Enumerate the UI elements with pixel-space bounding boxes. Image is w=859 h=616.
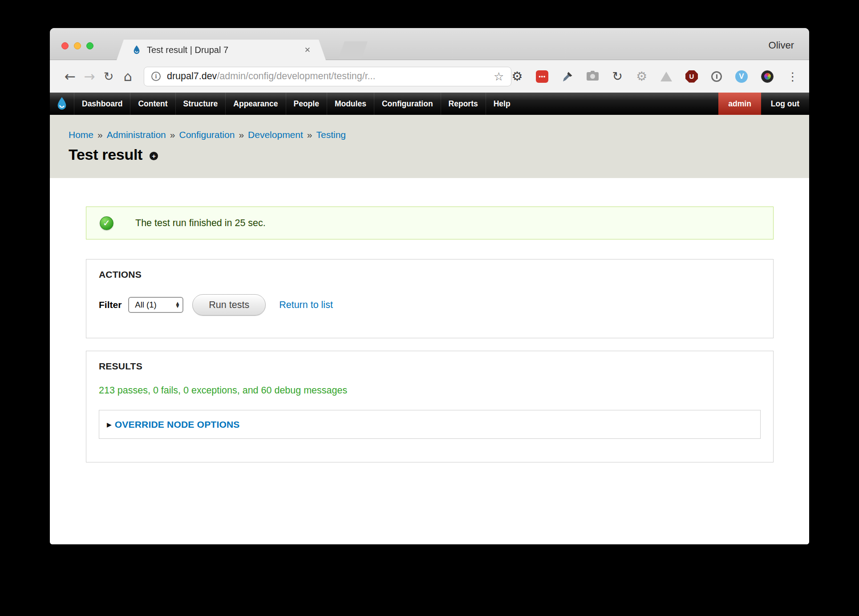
breadcrumb-administration[interactable]: Administration [107, 130, 166, 140]
run-tests-button[interactable]: Run tests [192, 294, 266, 316]
browser-tab[interactable]: Test result | Drupal 7 ✕ [117, 40, 326, 60]
address-bar[interactable]: i drupal7.dev/admin/config/development/t… [144, 67, 511, 86]
extensions-row: ⚙ ••• ↻ ⚙ U V ⋮ [511, 70, 798, 83]
disabled-gear-icon[interactable]: ⚙ [636, 70, 647, 83]
breadcrumb-configuration[interactable]: Configuration [179, 130, 235, 140]
toolbar-right: admin Log out [718, 93, 809, 115]
results-legend: RESULTS [99, 361, 142, 372]
status-message-text: The test run finished in 25 sec. [135, 218, 266, 229]
collapsed-arrow-icon: ▶ [107, 421, 112, 428]
home-icon[interactable]: ⌂ [118, 70, 138, 83]
tab-close-icon[interactable]: ✕ [304, 45, 311, 55]
ublock-origin-icon[interactable]: U [685, 70, 698, 83]
toolbar-item-content[interactable]: Content [130, 93, 175, 115]
url-path: /admin/config/development/testing/r... [217, 71, 375, 81]
drupal-admin-toolbar: Dashboard Content Structure Appearance P… [50, 93, 809, 115]
status-message: ✓ The test run finished in 25 sec. [86, 207, 774, 239]
camera-lens-icon[interactable] [761, 70, 774, 83]
browser-toolbar: ← → ↻ ⌂ i drupal7.dev/admin/config/devel… [50, 60, 809, 93]
toolbar-item-appearance[interactable]: Appearance [225, 93, 285, 115]
toolbar-logout[interactable]: Log out [761, 93, 809, 115]
page-title: Test result [69, 146, 142, 163]
back-icon[interactable]: ← [61, 70, 80, 83]
url-text[interactable]: drupal7.dev/admin/config/development/tes… [167, 71, 376, 82]
toolbar-item-help[interactable]: Help [486, 93, 518, 115]
vimium-icon[interactable]: V [735, 70, 748, 83]
title-row: Test result + [69, 146, 158, 163]
override-node-options-link[interactable]: OVERRIDE NODE OPTIONS [115, 419, 240, 430]
filter-label: Filter [99, 300, 122, 310]
minimize-window-button[interactable] [74, 42, 81, 49]
lastpass-icon[interactable]: ••• [536, 70, 548, 83]
google-drive-icon[interactable] [660, 72, 672, 81]
filter-select-value: All (1) [135, 300, 156, 310]
results-summary: 213 passes, 0 fails, 0 exceptions, and 6… [99, 385, 347, 396]
breadcrumb-separator: » [239, 130, 244, 140]
add-shortcut-icon[interactable]: + [150, 152, 158, 160]
toolbar-item-configuration[interactable]: Configuration [374, 93, 441, 115]
password-key-icon[interactable] [711, 71, 722, 82]
eyedropper-icon[interactable] [562, 71, 573, 82]
actions-legend: ACTIONS [99, 269, 142, 280]
settings-gear-icon[interactable]: ⚙ [511, 70, 523, 83]
toolbar-item-reports[interactable]: Reports [441, 93, 486, 115]
forward-icon[interactable]: → [80, 70, 99, 83]
bookmark-star-icon[interactable]: ☆ [494, 71, 504, 82]
new-tab-button[interactable] [338, 41, 368, 59]
select-arrows-icon: ▲ ▼ [176, 302, 179, 308]
toolbar-item-modules[interactable]: Modules [327, 93, 374, 115]
page-header: Home » Administration » Configuration » … [50, 115, 809, 178]
toolbar-item-structure[interactable]: Structure [175, 93, 226, 115]
breadcrumb-separator: » [170, 130, 175, 140]
close-window-button[interactable] [61, 42, 69, 49]
breadcrumb: Home » Administration » Configuration » … [69, 130, 346, 140]
zoom-window-button[interactable] [86, 42, 93, 49]
drupal-logo[interactable] [50, 93, 74, 115]
breadcrumb-separator: » [97, 130, 103, 140]
actions-row: Filter All (1) ▲ ▼ Run tests Return to l… [99, 294, 333, 316]
override-node-options-fieldset[interactable]: ▶ OVERRIDE NODE OPTIONS [99, 410, 761, 439]
breadcrumb-separator: » [307, 130, 312, 140]
browser-menu-icon[interactable]: ⋮ [787, 71, 798, 82]
drupal-favicon [132, 45, 142, 55]
reload-icon[interactable]: ↻ [99, 70, 118, 82]
main-content: ✓ The test run finished in 25 sec. ACTIO… [50, 178, 809, 544]
breadcrumb-home[interactable]: Home [69, 130, 93, 140]
results-fieldset: RESULTS 213 passes, 0 fails, 0 exception… [86, 351, 774, 462]
site-info-icon[interactable]: i [151, 72, 161, 81]
browser-window: Test result | Drupal 7 ✕ Oliver ← → ↻ ⌂ … [50, 28, 809, 544]
url-host: drupal7.dev [167, 71, 217, 81]
tab-title: Test result | Drupal 7 [147, 45, 298, 55]
filter-select[interactable]: All (1) ▲ ▼ [128, 297, 183, 313]
browser-profile-name[interactable]: Oliver [769, 40, 794, 51]
success-check-icon: ✓ [100, 216, 113, 230]
actions-fieldset: ACTIONS Filter All (1) ▲ ▼ Run tests Ret… [86, 259, 774, 338]
screenshot-camera-icon[interactable] [587, 72, 599, 81]
session-sync-icon[interactable]: ↻ [612, 70, 622, 83]
breadcrumb-testing[interactable]: Testing [316, 130, 346, 140]
toolbar-item-people[interactable]: People [286, 93, 327, 115]
tab-strip: Test result | Drupal 7 ✕ Oliver [50, 28, 809, 60]
toolbar-item-dashboard[interactable]: Dashboard [74, 93, 130, 115]
breadcrumb-development[interactable]: Development [248, 130, 303, 140]
return-to-list-link[interactable]: Return to list [279, 300, 333, 311]
window-controls [61, 42, 93, 49]
toolbar-user-admin[interactable]: admin [718, 93, 761, 115]
